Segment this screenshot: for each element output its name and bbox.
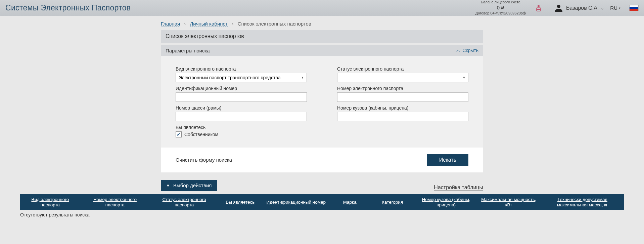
- label-id-num: Идентификационный номер: [176, 86, 307, 91]
- label-body: Номер кузова (кабины, прицепа): [337, 105, 468, 111]
- table-settings-link[interactable]: Настройка таблицы: [434, 185, 483, 191]
- balance-amount: 0 ₽: [497, 5, 505, 10]
- language-label: RU: [610, 5, 617, 11]
- breadcrumb-sep: ›: [232, 21, 233, 27]
- site-title: Системы Электронных Паспортов: [5, 3, 131, 12]
- col-pass-num[interactable]: Номер электронного паспорта: [84, 197, 146, 207]
- breadcrumb-sep: ›: [184, 21, 186, 27]
- chassis-number-input[interactable]: [176, 112, 307, 121]
- owner-checkbox-label: Собственником: [184, 132, 218, 137]
- passport-type-select[interactable]: Электронный паспорт транспортного средст…: [176, 73, 307, 82]
- user-name: Базаров С.А.: [566, 5, 599, 11]
- col-brand[interactable]: Марка: [343, 200, 357, 205]
- results-table: Вид электронного паспорта Номер электрон…: [0, 194, 644, 219]
- no-results-text: Отсутствуют результаты поиска: [20, 210, 624, 219]
- choose-action-dropdown[interactable]: ▼ Выбор действия: [161, 180, 217, 191]
- label-status: Статус электронного паспорта: [337, 66, 468, 72]
- breadcrumb-current: Список электронных паспортов: [238, 21, 311, 27]
- svg-point-0: [538, 5, 540, 7]
- search-panel-body: Вид электронного паспорта Электронный па…: [161, 56, 483, 148]
- search-panel-title: Параметры поиска: [166, 48, 456, 53]
- hide-search-toggle[interactable]: ︿ Скрыть: [456, 47, 478, 53]
- passport-number-input[interactable]: [337, 92, 468, 102]
- choose-action-label: Выбор действия: [173, 182, 212, 188]
- label-you-are: Вы являетесь: [176, 125, 307, 130]
- breadcrumb: Главная › Личный кабинет › Список электр…: [161, 16, 483, 30]
- col-max-power[interactable]: Максимальная мощность, кВт: [480, 197, 538, 207]
- caret-down-icon: ▼: [166, 184, 170, 188]
- passport-status-select[interactable]: [337, 73, 468, 82]
- id-number-input[interactable]: [176, 92, 307, 102]
- col-category[interactable]: Категория: [382, 200, 403, 205]
- col-body[interactable]: Номер кузова (кабины, прицепа): [419, 197, 473, 207]
- label-pass-num: Номер электронного паспорта: [337, 86, 468, 91]
- body-number-input[interactable]: [337, 112, 468, 121]
- breadcrumb-home[interactable]: Главная: [161, 21, 180, 27]
- col-max-mass[interactable]: Технически допустимая максимальная масса…: [545, 197, 620, 207]
- balance-label: Баланс лицевого счета: [475, 0, 526, 5]
- flag-ru-icon: [629, 5, 639, 11]
- user-icon: [554, 4, 563, 12]
- caret-down-icon: ▾: [619, 6, 620, 10]
- table-header-row: Вид электронного паспорта Номер электрон…: [20, 194, 624, 210]
- col-id-num[interactable]: Идентификационный номер: [267, 200, 326, 205]
- col-type[interactable]: Вид электронного паспорта: [24, 197, 77, 207]
- chevron-down-icon: ⌄: [601, 6, 604, 10]
- owner-checkbox[interactable]: ✓: [176, 131, 182, 137]
- contract-number: Договор 04-ФЛУЗ/0969620рф: [475, 11, 526, 16]
- balance-block: Баланс лицевого счета 0 ₽ Договор 04-ФЛУ…: [475, 0, 526, 15]
- form-actions: Очистить форму поиска Искать: [161, 148, 483, 172]
- page-title: Список электронных паспортов: [161, 30, 483, 43]
- search-panel-header: Параметры поиска ︿ Скрыть: [161, 45, 483, 56]
- chevron-up-icon: ︿: [456, 47, 460, 53]
- label-type: Вид электронного паспорта: [176, 66, 307, 72]
- action-bar: ▼ Выбор действия Настройка таблицы: [161, 180, 483, 191]
- breadcrumb-lk[interactable]: Личный кабинет: [190, 21, 228, 27]
- col-you-are[interactable]: Вы являетесь: [226, 200, 255, 205]
- label-chassis: Номер шасси (рамы): [176, 105, 307, 111]
- col-status[interactable]: Статус электронного паспорта: [153, 197, 215, 207]
- search-button[interactable]: Искать: [427, 154, 468, 166]
- clear-form-link[interactable]: Очистить форму поиска: [176, 157, 232, 163]
- language-switch[interactable]: RU ▾: [610, 5, 620, 11]
- user-menu[interactable]: Базаров С.А. ⌄: [554, 4, 604, 12]
- svg-rect-2: [537, 9, 541, 10]
- app-header: Системы Электронных Паспортов Баланс лиц…: [0, 0, 644, 16]
- hide-label: Скрыть: [462, 48, 478, 53]
- payment-icon[interactable]: [535, 4, 542, 12]
